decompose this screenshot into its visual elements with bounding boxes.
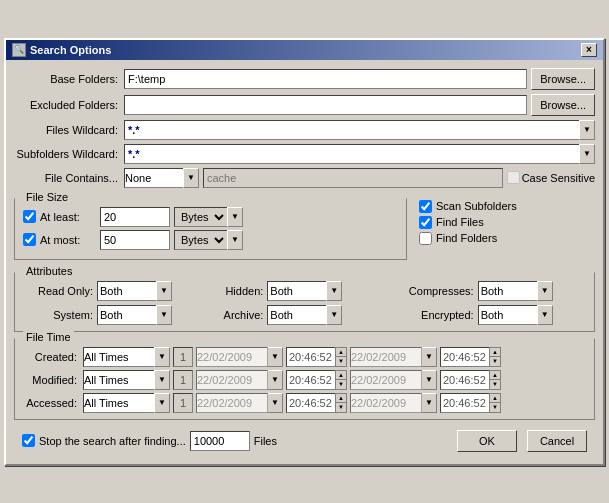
accessed-time2-arrows[interactable]: ▲▼ <box>489 393 501 413</box>
encrypted-select[interactable]: BothYesNo <box>478 305 538 325</box>
created-time2-arrows[interactable]: ▲▼ <box>489 347 501 367</box>
scan-subfolders-checkbox[interactable] <box>419 200 432 213</box>
accessed-date1-select[interactable]: 22/02/2009 <box>196 393 268 413</box>
at-most-input[interactable] <box>100 230 170 250</box>
accessed-time1[interactable]: ▲▼ <box>286 393 347 413</box>
base-folders-input[interactable] <box>124 69 527 89</box>
modified-date1-arrow[interactable]: ▼ <box>267 370 283 390</box>
cancel-button[interactable]: Cancel <box>527 430 587 452</box>
browse-base-button[interactable]: Browse... <box>531 68 595 90</box>
at-most-unit-arrow[interactable]: ▼ <box>227 230 243 250</box>
modified-time1-input[interactable] <box>286 370 336 390</box>
accessed-date2-select[interactable]: 22/02/2009 <box>350 393 422 413</box>
stop-search-input[interactable] <box>190 431 250 451</box>
files-wildcard-display: *.* <box>124 120 580 140</box>
modified-date1[interactable]: 22/02/2009 ▼ <box>196 370 283 390</box>
accessed-type-combo[interactable]: All TimesBeforeAfterBetween ▼ <box>83 393 170 413</box>
modified-date2[interactable]: 22/02/2009 ▼ <box>350 370 437 390</box>
created-date2[interactable]: 22/02/2009 ▼ <box>350 347 437 367</box>
archive-arrow[interactable]: ▼ <box>326 305 342 325</box>
created-time1-input[interactable] <box>286 347 336 367</box>
contains-text-input[interactable] <box>203 168 503 188</box>
accessed-date1-arrow[interactable]: ▼ <box>267 393 283 413</box>
modified-date2-select[interactable]: 22/02/2009 <box>350 370 422 390</box>
modified-type-arrow[interactable]: ▼ <box>154 370 170 390</box>
case-sensitive-row: Case Sensitive <box>507 171 595 184</box>
created-date2-select[interactable]: 22/02/2009 <box>350 347 422 367</box>
created-type-combo[interactable]: All TimesBeforeAfterBetween ▼ <box>83 347 170 367</box>
modified-date2-arrow[interactable]: ▼ <box>421 370 437 390</box>
system-arrow[interactable]: ▼ <box>156 305 172 325</box>
size-scan-section: File Size At least: BytesKBMBGB ▼ <box>14 192 595 266</box>
created-time2-input[interactable] <box>440 347 490 367</box>
hidden-combo[interactable]: BothYesNo ▼ <box>267 281 342 301</box>
at-least-unit-arrow[interactable]: ▼ <box>227 207 243 227</box>
case-sensitive-checkbox[interactable] <box>507 171 520 184</box>
modified-type-select[interactable]: All TimesBeforeAfterBetween <box>83 370 155 390</box>
compresses-select[interactable]: BothYesNo <box>478 281 538 301</box>
at-least-input[interactable] <box>100 207 170 227</box>
modified-type-combo[interactable]: All TimesBeforeAfterBetween ▼ <box>83 370 170 390</box>
close-button[interactable]: × <box>581 43 597 57</box>
modified-time2[interactable]: ▲▼ <box>440 370 501 390</box>
created-type-select[interactable]: All TimesBeforeAfterBetween <box>83 347 155 367</box>
system-select[interactable]: BothYesNo <box>97 305 157 325</box>
compresses-combo[interactable]: BothYesNo ▼ <box>478 281 553 301</box>
at-least-checkbox[interactable] <box>23 210 36 223</box>
at-least-unit-combo[interactable]: BytesKBMBGB ▼ <box>174 207 243 227</box>
archive-select[interactable]: BothYesNo <box>267 305 327 325</box>
accessed-type-arrow[interactable]: ▼ <box>154 393 170 413</box>
modified-time1-arrows[interactable]: ▲▼ <box>335 370 347 390</box>
at-most-checkbox[interactable] <box>23 233 36 246</box>
contains-combo[interactable]: None Contains Matches ▼ <box>124 168 199 188</box>
find-folders-row: Find Folders <box>419 232 591 245</box>
find-folders-checkbox[interactable] <box>419 232 432 245</box>
subfolders-wildcard-arrow[interactable]: ▼ <box>579 144 595 164</box>
accessed-date2-arrow[interactable]: ▼ <box>421 393 437 413</box>
hidden-arrow[interactable]: ▼ <box>326 281 342 301</box>
browse-excluded-button[interactable]: Browse... <box>531 94 595 116</box>
accessed-time2-input[interactable] <box>440 393 490 413</box>
created-time1[interactable]: ▲▼ <box>286 347 347 367</box>
modified-date1-select[interactable]: 22/02/2009 <box>196 370 268 390</box>
accessed-type-select[interactable]: All TimesBeforeAfterBetween <box>83 393 155 413</box>
at-most-unit-combo[interactable]: BytesKBMBGB ▼ <box>174 230 243 250</box>
at-least-unit-select[interactable]: BytesKBMBGB <box>174 207 228 227</box>
accessed-date2[interactable]: 22/02/2009 ▼ <box>350 393 437 413</box>
created-date1[interactable]: 22/02/2009 ▼ <box>196 347 283 367</box>
created-num-input[interactable] <box>173 347 193 367</box>
created-date2-arrow[interactable]: ▼ <box>421 347 437 367</box>
files-wildcard-arrow[interactable]: ▼ <box>579 120 595 140</box>
system-combo[interactable]: BothYesNo ▼ <box>97 305 172 325</box>
accessed-time2[interactable]: ▲▼ <box>440 393 501 413</box>
accessed-date1[interactable]: 22/02/2009 ▼ <box>196 393 283 413</box>
find-files-checkbox[interactable] <box>419 216 432 229</box>
archive-combo[interactable]: BothYesNo ▼ <box>267 305 342 325</box>
encrypted-arrow[interactable]: ▼ <box>537 305 553 325</box>
read-only-select[interactable]: BothYesNo <box>97 281 157 301</box>
modified-num-input[interactable] <box>173 370 193 390</box>
created-date1-arrow[interactable]: ▼ <box>267 347 283 367</box>
created-time2[interactable]: ▲▼ <box>440 347 501 367</box>
accessed-time1-arrows[interactable]: ▲▼ <box>335 393 347 413</box>
read-only-arrow[interactable]: ▼ <box>156 281 172 301</box>
modified-time2-arrows[interactable]: ▲▼ <box>489 370 501 390</box>
accessed-time1-input[interactable] <box>286 393 336 413</box>
modified-time2-input[interactable] <box>440 370 490 390</box>
accessed-num-input[interactable] <box>173 393 193 413</box>
excluded-folders-input[interactable] <box>124 95 527 115</box>
compresses-arrow[interactable]: ▼ <box>537 281 553 301</box>
created-time1-arrows[interactable]: ▲▼ <box>335 347 347 367</box>
encrypted-combo[interactable]: BothYesNo ▼ <box>478 305 553 325</box>
created-type-arrow[interactable]: ▼ <box>154 347 170 367</box>
hidden-select[interactable]: BothYesNo <box>267 281 327 301</box>
stop-search-checkbox[interactable] <box>22 434 35 447</box>
read-only-combo[interactable]: BothYesNo ▼ <box>97 281 172 301</box>
system-row: System: BothYesNo ▼ <box>23 305 205 325</box>
modified-time1[interactable]: ▲▼ <box>286 370 347 390</box>
created-date1-select[interactable]: 22/02/2009 <box>196 347 268 367</box>
at-most-unit-select[interactable]: BytesKBMBGB <box>174 230 228 250</box>
contains-arrow[interactable]: ▼ <box>183 168 199 188</box>
ok-button[interactable]: OK <box>457 430 517 452</box>
contains-select[interactable]: None Contains Matches <box>124 168 184 188</box>
